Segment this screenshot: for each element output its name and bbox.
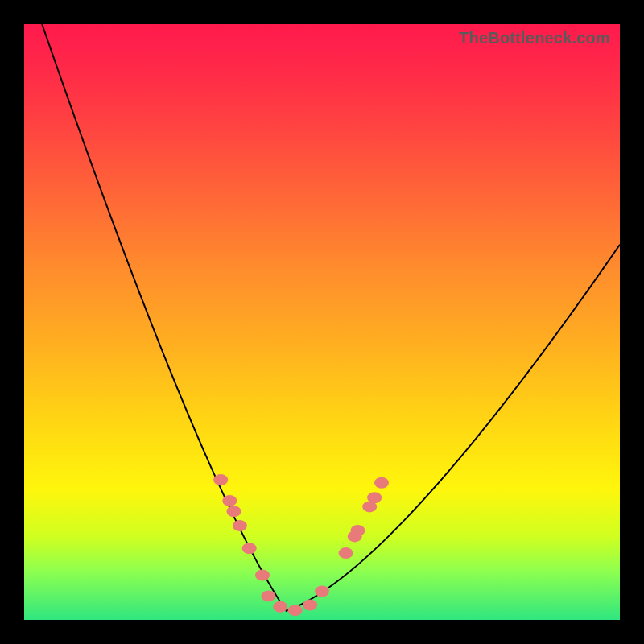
data-marker xyxy=(273,601,287,613)
data-marker xyxy=(226,506,241,517)
data-marker xyxy=(315,585,329,597)
curve-layer xyxy=(24,24,620,620)
data-marker xyxy=(261,590,275,601)
plot-area: TheBottleneck.com xyxy=(24,24,620,620)
data-marker xyxy=(233,520,247,531)
data-marker xyxy=(242,543,257,554)
data-marker xyxy=(222,495,237,506)
data-marker xyxy=(339,547,353,559)
data-marker xyxy=(350,525,365,536)
data-marker xyxy=(374,477,389,489)
data-marker xyxy=(288,605,303,616)
data-marker xyxy=(303,600,317,611)
bottleneck-curve xyxy=(42,24,620,611)
data-marker xyxy=(213,474,228,485)
data-marker xyxy=(367,492,382,503)
data-marker xyxy=(255,570,270,581)
chart-frame: TheBottleneck.com xyxy=(0,0,644,644)
